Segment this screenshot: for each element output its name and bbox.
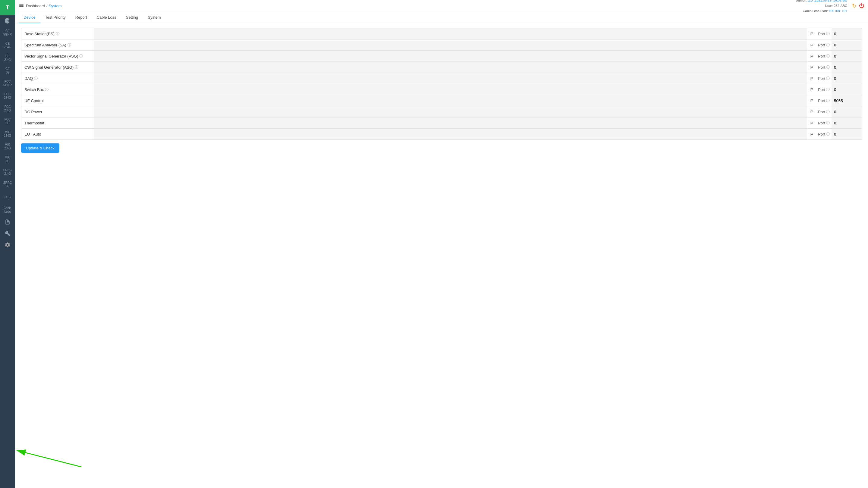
topbar: Dashboard / System Version: 2.0 (2021.09… xyxy=(15,0,868,12)
svg-point-2 xyxy=(8,19,9,20)
tab-test-priority[interactable]: Test Priority xyxy=(40,12,70,23)
doc-icon[interactable]: DOC xyxy=(0,216,15,228)
device-ip-label-8: IP xyxy=(807,119,816,127)
power-icon[interactable]: ⏻ xyxy=(859,3,864,9)
breadcrumb: Dashboard / System xyxy=(26,4,62,8)
version-label: Version: xyxy=(795,0,807,2)
device-port-label-2: Port ⓘ xyxy=(816,52,832,61)
info-icon: ⓘ xyxy=(67,42,71,47)
device-port-label-6: Port ⓘ xyxy=(816,96,832,105)
sidebar-item-srrc-24g[interactable]: SRRC2.4G xyxy=(0,166,15,178)
port-info-icon: ⓘ xyxy=(826,42,830,47)
tab-system[interactable]: System xyxy=(143,12,165,23)
device-port-label-0: Port ⓘ xyxy=(816,30,832,38)
device-port-label-3: Port ⓘ xyxy=(816,63,832,72)
svg-point-1 xyxy=(7,19,7,20)
device-ip-input-4[interactable] xyxy=(94,73,807,84)
device-port-label-9: Port ⓘ xyxy=(816,130,832,138)
update-check-button[interactable]: Update & Check xyxy=(21,143,59,153)
port-info-icon: ⓘ xyxy=(826,54,830,59)
device-port-label-8: Port ⓘ xyxy=(816,119,832,127)
device-ip-input-9[interactable] xyxy=(94,129,807,139)
device-ip-input-6[interactable] xyxy=(94,95,807,106)
device-ip-input-5[interactable] xyxy=(94,84,807,95)
device-ip-input-2[interactable] xyxy=(94,51,807,61)
device-port-input-8[interactable] xyxy=(832,118,862,128)
device-ip-label-7: IP xyxy=(807,108,816,116)
breadcrumb-home[interactable]: Dashboard xyxy=(26,4,45,8)
device-row: Spectrum Analyser (SA) ⓘ IP Port ⓘ xyxy=(21,39,862,51)
device-port-input-9[interactable] xyxy=(832,129,862,139)
device-port-input-1[interactable] xyxy=(832,39,862,50)
port-info-icon: ⓘ xyxy=(826,121,830,126)
sidebar-item-srrc-5g[interactable]: SRRC5G xyxy=(0,178,15,191)
settings-icon[interactable] xyxy=(0,239,15,251)
sidebar-item-cable-loss[interactable]: CableLoss xyxy=(0,204,15,216)
device-ip-label-6: IP xyxy=(807,97,816,105)
tab-report[interactable]: Report xyxy=(70,12,92,23)
tab-cable-loss[interactable]: Cable Loss xyxy=(92,12,121,23)
device-port-input-2[interactable] xyxy=(832,51,862,61)
device-port-input-6[interactable] xyxy=(832,95,862,106)
sidebar-item-fcc-24g[interactable]: FCC2.4G xyxy=(0,102,15,115)
main-content: Dashboard / System Version: 2.0 (2021.09… xyxy=(15,0,868,488)
device-ip-label-5: IP xyxy=(807,86,816,94)
port-info-icon: ⓘ xyxy=(826,31,830,36)
device-port-label-7: Port ⓘ xyxy=(816,107,832,116)
svg-text:DOC: DOC xyxy=(7,222,9,224)
device-name-9: EUT Auto xyxy=(22,130,94,138)
device-port-input-5[interactable] xyxy=(832,84,862,95)
port-info-icon: ⓘ xyxy=(826,98,830,103)
menu-icon[interactable] xyxy=(19,3,24,9)
svg-point-0 xyxy=(6,20,7,21)
info-icon: ⓘ xyxy=(45,87,49,92)
version-value: 2.0 (2021.09.29_16.02.58) xyxy=(808,0,847,2)
device-name-6: UE Control xyxy=(22,97,94,105)
sidebar: T CE5GNR CE234G CE2.4G CE5G FCC5GNR FCC2… xyxy=(0,0,15,488)
device-row: Switch Box ⓘ IP Port ⓘ xyxy=(21,84,862,95)
reload-icon[interactable]: ↻ xyxy=(852,3,857,9)
sidebar-item-mic-24g[interactable]: MIC2.4G xyxy=(0,140,15,153)
sidebar-item-fcc-5gnr[interactable]: FCC5GNR xyxy=(0,77,15,90)
tab-setting[interactable]: Setting xyxy=(121,12,143,23)
device-name-1: Spectrum Analyser (SA) ⓘ xyxy=(22,41,94,50)
port-info-icon: ⓘ xyxy=(826,76,830,81)
sidebar-item-ce-234g[interactable]: CE234G xyxy=(0,39,15,52)
device-port-input-4[interactable] xyxy=(832,73,862,84)
info-icon: ⓘ xyxy=(75,65,79,70)
device-port-input-7[interactable] xyxy=(832,106,862,117)
device-ip-input-1[interactable] xyxy=(94,39,807,50)
device-ip-input-8[interactable] xyxy=(94,118,807,128)
sidebar-item-mic-5g[interactable]: MIC5G xyxy=(0,153,15,166)
device-port-input-3[interactable] xyxy=(832,62,862,73)
sidebar-item-ce-5gnr[interactable]: CE5GNR xyxy=(0,27,15,39)
sidebar-item-ce-24g[interactable]: CE2.4G xyxy=(0,52,15,64)
device-ip-input-7[interactable] xyxy=(94,106,807,117)
device-ip-input-3[interactable] xyxy=(94,62,807,73)
svg-point-3 xyxy=(8,20,9,21)
info-icon: ⓘ xyxy=(56,31,59,36)
sidebar-item-mic-234g[interactable]: MIC234G xyxy=(0,128,15,140)
device-ip-label-9: IP xyxy=(807,130,816,138)
topbar-info: Version: 2.0 (2021.09.29_16.02.58) User:… xyxy=(795,0,847,14)
sidebar-item-fcc-234g[interactable]: FCC234G xyxy=(0,90,15,102)
sidebar-item-fcc-5g[interactable]: FCC5G xyxy=(0,115,15,128)
device-ip-label-0: IP xyxy=(807,30,816,38)
device-ip-input-0[interactable] xyxy=(94,28,807,39)
wrench-icon[interactable] xyxy=(0,228,15,239)
port-info-icon: ⓘ xyxy=(826,132,830,137)
breadcrumb-separator: / xyxy=(46,4,48,8)
topbar-right-wrapper: Version: 2.0 (2021.09.29_16.02.58) User:… xyxy=(795,0,864,14)
sidebar-item-dfs[interactable]: DFS xyxy=(0,191,15,204)
device-name-8: Thermostat xyxy=(22,119,94,127)
info-icon: ⓘ xyxy=(79,54,83,59)
device-row: CW Signal Generator (ASG) ⓘ IP Port ⓘ xyxy=(21,62,862,73)
device-row: DAQ ⓘ IP Port ⓘ xyxy=(21,73,862,84)
tab-device[interactable]: Device xyxy=(19,12,40,23)
device-name-0: Base Station(BS) ⓘ xyxy=(22,30,94,38)
palette-icon[interactable] xyxy=(0,15,15,27)
device-port-input-0[interactable] xyxy=(832,28,862,39)
device-row: Base Station(BS) ⓘ IP Port ⓘ xyxy=(21,28,862,39)
sidebar-item-ce-5g[interactable]: CE5G xyxy=(0,64,15,77)
device-name-5: Switch Box ⓘ xyxy=(22,85,94,94)
